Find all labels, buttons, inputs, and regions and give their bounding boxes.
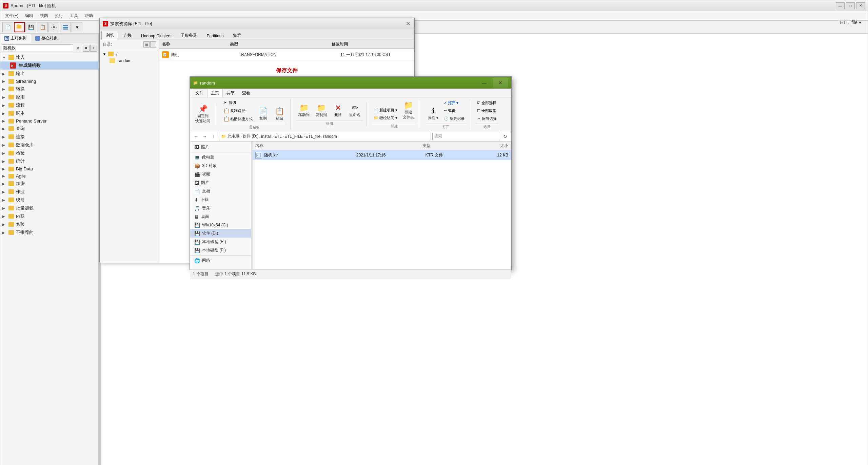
repo-close-button[interactable]: ✕ [405, 20, 411, 27]
tree-item-inline[interactable]: ▶ 内联 [0, 212, 98, 220]
ribbon-btn-newitem[interactable]: 📄 新建项目 ▾ [372, 107, 399, 114]
ribbon-btn-copypath[interactable]: 📋复制路径 [222, 107, 254, 114]
ribbon-tab-file[interactable]: 文件 [192, 89, 207, 97]
tree-item-streaming[interactable]: ▶ Streaming [0, 78, 98, 85]
sidebar-downloads[interactable]: ⬇ 下载 [190, 196, 251, 204]
search-bar-file[interactable]: 搜索 [432, 133, 500, 140]
close-button[interactable]: ✕ [856, 2, 865, 9]
sidebar-desktop[interactable]: 🖥 桌面 [190, 212, 251, 221]
sidebar-documents[interactable]: 📄 文档 [190, 187, 251, 196]
repo-dir-root[interactable]: ▼ / [101, 51, 158, 57]
etl-file-indicator[interactable]: ETL_file ▾ [840, 20, 861, 25]
menu-edit[interactable]: 编辑 [22, 12, 37, 20]
search-toggle-list[interactable]: ≡ [90, 45, 97, 52]
tree-item-bigdata[interactable]: ▶ Big Data [0, 165, 98, 172]
ribbon-btn-newfolder[interactable]: 📁 新建文件夹 [400, 100, 416, 122]
sidebar-drive-f[interactable]: 💾 本地磁盘 (F:) [190, 246, 251, 255]
sidebar-pictures[interactable]: 🖼 图片 [190, 179, 251, 187]
ribbon-btn-cut[interactable]: ✂剪切 [222, 99, 254, 106]
ribbon-btn-pin[interactable]: 📌 固定到快速访问 [193, 104, 213, 125]
tree-item-job[interactable]: ▶ 作业 [0, 188, 98, 196]
search-clear-icon[interactable]: ✕ [75, 45, 81, 52]
tree-item-encrypt[interactable]: ▶ 加密 [0, 180, 98, 188]
tree-item-agile[interactable]: ▶ Agile [0, 172, 98, 180]
ribbon-btn-selectall[interactable]: ☑ 全部选择 [475, 99, 498, 107]
sidebar-drive-e[interactable]: 💾 本地磁盘 (E:) [190, 238, 251, 246]
minimize-button[interactable]: — [836, 2, 845, 9]
file-col-date-header[interactable] [351, 143, 422, 149]
sidebar-video[interactable]: 🎬 视频 [190, 170, 251, 179]
repo-tab-connect[interactable]: 连接 [119, 31, 136, 40]
menu-file[interactable]: 文件(F) [2, 12, 22, 20]
repo-tab-subserver[interactable]: 子服务器 [176, 31, 201, 40]
ribbon-btn-open[interactable]: ✓ 打开 ▾ [442, 99, 466, 107]
repo-tab-partitions[interactable]: Partitions [202, 32, 228, 40]
repo-tab-hadoop[interactable]: Hadoop Clusters [137, 32, 176, 40]
ribbon-tab-share[interactable]: 共享 [223, 89, 238, 97]
nav-back-button[interactable]: ← [192, 133, 200, 140]
menu-run[interactable]: 执行 [52, 12, 66, 20]
ribbon-tab-home[interactable]: 主页 [207, 89, 223, 97]
menu-help[interactable]: 帮助 [81, 12, 96, 20]
tree-item-stats[interactable]: ▶ 统计 [0, 157, 98, 165]
file-minimize-button[interactable]: — [476, 78, 492, 88]
sidebar-3d[interactable]: 📦 3D 对象 [190, 162, 251, 170]
tree-item-experiment[interactable]: ▶ 实验 [0, 220, 98, 228]
address-path[interactable]: 📁 此电脑 › 软件 (D:) › install › ETL › ETL_FI… [219, 133, 431, 140]
tree-item-app[interactable]: ▶ 应用 [0, 93, 98, 101]
repo-tab-browse[interactable]: 浏览 [101, 31, 118, 40]
tree-item-bulk[interactable]: ▶ 批量加载 [0, 204, 98, 212]
repo-tab-cluster[interactable]: 集群 [229, 31, 245, 40]
sidebar-music[interactable]: 🎵 音乐 [190, 204, 251, 212]
search-toggle-grid[interactable]: ▦ [83, 45, 90, 52]
ribbon-btn-properties[interactable]: ℹ 属性 ▾ [426, 106, 441, 122]
ribbon-btn-rename[interactable]: ✏ 重命名 [347, 103, 363, 119]
nav-up-button[interactable]: ↑ [210, 133, 217, 140]
repo-dir-icon1[interactable]: ▦ [143, 41, 150, 48]
tree-item-deprecated[interactable]: ▶ 不推荐的 [0, 228, 98, 237]
ribbon-btn-pasteshortcut[interactable]: 📋粘贴快捷方式 [222, 115, 254, 123]
toolbar-save[interactable]: 💾 [25, 22, 36, 32]
nav-forward-button[interactable]: → [201, 133, 209, 140]
ribbon-btn-selectnone[interactable]: ☐ 全部取消 [475, 107, 498, 114]
ribbon-tab-view[interactable]: 查看 [238, 89, 254, 97]
search-input[interactable] [2, 44, 73, 52]
toolbar-layers[interactable] [60, 22, 71, 32]
ribbon-btn-history[interactable]: 🕐 历史记录 [442, 115, 466, 122]
toolbar-new[interactable]: 📄 [2, 22, 13, 32]
tree-item-transform[interactable]: ▶ 转换 [0, 85, 98, 93]
file-close-button[interactable]: ✕ [493, 78, 508, 88]
file-row-ktr[interactable]: K 随机.ktr 2021/1/11 17:16 KTR 文件 12 KB [253, 150, 511, 160]
file-col-type-header[interactable]: 类型 [422, 143, 470, 149]
sidebar-drive-d[interactable]: 💾 软件 (D:) [190, 229, 251, 238]
file-col-name-header[interactable]: 名称 [255, 143, 351, 149]
menu-view[interactable]: 视图 [37, 12, 52, 20]
tree-item-validate[interactable]: ▶ 检验 [0, 149, 98, 157]
ribbon-btn-delete[interactable]: ✕ 删除 [331, 103, 346, 119]
menu-tools[interactable]: 工具 [66, 12, 81, 20]
tree-item-mapping[interactable]: ▶ 映射 [0, 196, 98, 204]
repo-dir-icon2[interactable]: — [150, 41, 156, 48]
toolbar-open[interactable] [14, 22, 25, 32]
ribbon-btn-edit[interactable]: ✏ 编辑 [442, 107, 466, 114]
repo-dir-random[interactable]: random [101, 57, 158, 64]
ribbon-btn-copyto[interactable]: 📁 复制到 [313, 103, 329, 119]
tree-item-dw[interactable]: ▶ 数据仓库 [0, 141, 98, 149]
sidebar-drive-c[interactable]: 💾 Win10x64 (C:) [190, 221, 251, 229]
sidebar-computer[interactable]: 💻 此电脑 [190, 153, 251, 162]
tree-item-flow[interactable]: ▶ 流程 [0, 101, 98, 109]
toolbar-saveas[interactable]: 📋 [37, 22, 48, 32]
ribbon-btn-paste[interactable]: 📋 粘贴 [272, 106, 287, 123]
tree-item-script[interactable]: ▶ 脚本 [0, 109, 98, 117]
tree-item-input[interactable]: ▼ 输入 [0, 53, 98, 61]
ribbon-btn-moveto[interactable]: 📁 移动到 [296, 103, 312, 119]
ribbon-btn-easyaccess[interactable]: 📁 轻松访问 ▾ [372, 114, 399, 122]
tree-item-connect[interactable]: ▶ 连接 [0, 133, 98, 141]
file-col-size-header[interactable]: 大小 [470, 143, 508, 149]
refresh-button[interactable]: ↻ [501, 133, 509, 140]
sidebar-network[interactable]: 🌐 网络 [190, 256, 251, 265]
tab-core-tree[interactable]: 核心对象 [31, 34, 62, 43]
repo-file-row[interactable]: 随机 TRANSFORMATION 11 一月 2021 17:16:30 CS… [159, 49, 414, 60]
tree-item-pentaho[interactable]: ▶ Pentaho Server [0, 117, 98, 125]
tree-item-random[interactable]: R 生成随机数 [0, 61, 98, 70]
